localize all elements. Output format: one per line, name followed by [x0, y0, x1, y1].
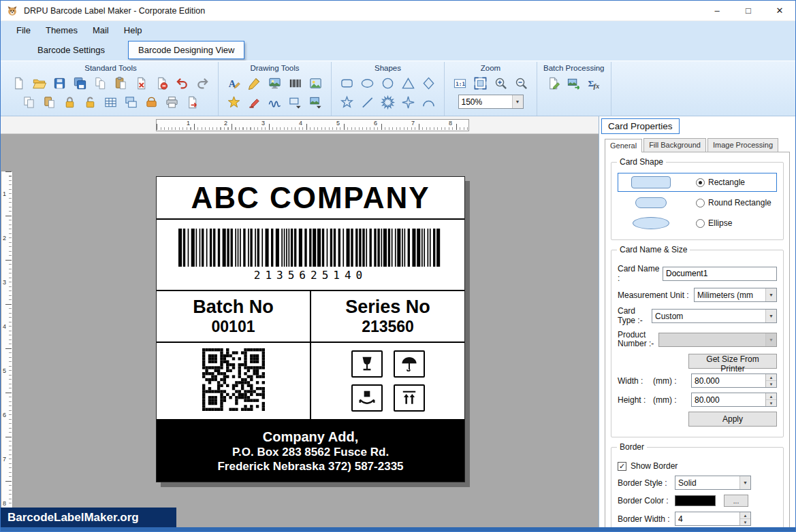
batch-image-convert-icon[interactable]	[564, 74, 583, 92]
picture-tool-icon[interactable]	[306, 74, 325, 92]
export-document-icon[interactable]	[183, 93, 202, 111]
image-tool-icon[interactable]	[266, 74, 284, 92]
series-no-cell[interactable]: Series No 213560	[310, 291, 464, 342]
zoom-level-select[interactable]: 150%▼	[458, 95, 524, 109]
this-way-up-symbol[interactable]	[394, 384, 425, 412]
cut-document-icon[interactable]	[132, 74, 150, 92]
menu-help[interactable]: Help	[116, 22, 150, 38]
marker-tool-icon[interactable]	[245, 93, 264, 111]
tab-barcode-settings[interactable]: Barcode Settings	[35, 41, 108, 59]
redo-icon[interactable]	[193, 74, 212, 92]
grid-table-icon[interactable]	[101, 93, 120, 111]
shape-option-rectangle[interactable]: Rectangle	[618, 173, 777, 192]
get-size-from-printer-button[interactable]: Get Size From Printer	[688, 354, 777, 369]
tab-fill-background[interactable]: Fill Background	[643, 138, 706, 152]
address-block[interactable]: Company Add, P.O. Box 283 8562 Fusce Rd.…	[157, 420, 464, 482]
spin-up-icon[interactable]: ▲	[766, 393, 776, 400]
width-spinner[interactable]: ▲▼	[765, 374, 776, 387]
height-spinner[interactable]: ▲▼	[765, 393, 776, 406]
barcode-tool-icon[interactable]	[286, 74, 304, 92]
measurement-unit-select[interactable]: Milimeters (mm ▼	[694, 288, 777, 302]
save-all-icon[interactable]	[71, 74, 89, 92]
shape-option-round-rectangle[interactable]: Round Rectangle	[618, 193, 777, 212]
spin-up-icon[interactable]: ▲	[740, 512, 750, 519]
unlock-icon[interactable]	[81, 93, 99, 111]
batch-formula-icon[interactable]: Σfx	[585, 74, 603, 92]
shape-burst-icon[interactable]	[379, 93, 397, 111]
spin-down-icon[interactable]: ▼	[740, 519, 750, 525]
shape-ellipse-icon[interactable]	[358, 74, 377, 92]
undo-icon[interactable]	[173, 74, 191, 92]
border-color-swatch[interactable]	[675, 495, 716, 506]
fit-view-icon[interactable]	[471, 74, 490, 92]
radio-round-rectangle[interactable]	[696, 199, 705, 207]
signature-tool-icon[interactable]	[266, 93, 284, 111]
card-name-input[interactable]	[663, 267, 777, 281]
pencil-tool-icon[interactable]	[245, 74, 264, 92]
design-canvas[interactable]: 12345678 12345678 ABC COMPANY 2135625140…	[1, 116, 599, 531]
copy-page-icon[interactable]	[20, 93, 38, 111]
shape-star4-icon[interactable]	[399, 93, 417, 111]
fragile-glass-symbol[interactable]	[351, 350, 383, 378]
zoom-out-icon[interactable]	[512, 74, 530, 92]
tab-image-processing[interactable]: Image Processing	[707, 138, 778, 152]
batch-no-cell[interactable]: Batch No 00101	[157, 291, 310, 342]
border-width-spinner[interactable]: ▲▼	[739, 512, 750, 525]
tab-general[interactable]: General	[605, 139, 642, 152]
paste-document-icon[interactable]	[112, 74, 130, 92]
shape-arc-icon[interactable]	[419, 93, 438, 111]
shape-triangle-icon[interactable]	[399, 74, 417, 92]
shape-line-icon[interactable]	[358, 93, 377, 111]
card-type-select[interactable]: Custom ▼	[652, 309, 777, 323]
menu-file[interactable]: File	[9, 22, 38, 38]
height-input[interactable]: ▲▼	[691, 393, 777, 407]
text-tool-icon[interactable]: A	[225, 74, 243, 92]
apply-button[interactable]: Apply	[688, 412, 777, 427]
symbols-cell[interactable]	[310, 343, 464, 419]
handle-with-care-symbol[interactable]	[351, 384, 383, 412]
minimize-button[interactable]: –	[701, 1, 733, 20]
umbrella-keep-dry-symbol[interactable]	[394, 350, 425, 378]
image-dropdown-tool-icon[interactable]	[306, 93, 325, 111]
height-value-input[interactable]	[692, 393, 765, 406]
print-icon[interactable]	[163, 93, 181, 111]
border-width-value-input[interactable]	[675, 512, 739, 525]
show-border-checkbox[interactable]	[618, 462, 626, 471]
fill-object-icon[interactable]	[142, 93, 161, 111]
shape-diamond-icon[interactable]	[419, 74, 438, 92]
batch-edit-icon[interactable]	[544, 74, 562, 92]
spin-down-icon[interactable]: ▼	[766, 381, 776, 387]
close-button[interactable]: ✕	[764, 1, 795, 20]
open-file-icon[interactable]	[30, 74, 48, 92]
delete-document-icon[interactable]	[153, 74, 171, 92]
label-card[interactable]: ABC COMPANY 2135625140 Batch No 00101 Se…	[156, 176, 465, 482]
radio-ellipse[interactable]	[696, 219, 705, 228]
border-width-input[interactable]: ▲▼	[675, 512, 751, 526]
radio-rectangle[interactable]	[696, 178, 705, 187]
border-style-select[interactable]: Solid ▼	[675, 476, 751, 490]
one-to-one-icon[interactable]: 1:1	[451, 74, 469, 92]
menu-themes[interactable]: Themes	[38, 22, 85, 38]
shape-star-icon[interactable]	[338, 93, 356, 111]
company-name-text[interactable]: ABC COMPANY	[157, 177, 464, 220]
barcode-object[interactable]: 2135625140	[157, 220, 464, 291]
new-document-icon[interactable]	[10, 74, 28, 92]
spin-down-icon[interactable]: ▼	[766, 400, 776, 406]
shape-option-ellipse[interactable]: Ellipse	[618, 214, 777, 233]
shape-roundrect-icon[interactable]	[338, 74, 356, 92]
zoom-in-icon[interactable]	[492, 74, 510, 92]
shape-circle-icon[interactable]	[379, 74, 397, 92]
width-input[interactable]: ▲▼	[691, 373, 777, 388]
tab-barcode-designing-view[interactable]: Barcode Designing View	[128, 41, 244, 59]
lock-icon[interactable]	[61, 93, 79, 111]
layers-icon[interactable]	[122, 93, 140, 111]
paste-page-icon[interactable]	[40, 93, 59, 111]
maximize-button[interactable]: □	[733, 1, 764, 20]
star-stamp-tool-icon[interactable]	[225, 93, 243, 111]
qr-code-cell[interactable]	[157, 343, 310, 419]
save-icon[interactable]	[50, 74, 69, 92]
width-value-input[interactable]	[692, 374, 765, 387]
rectangle-dropdown-tool-icon[interactable]	[286, 93, 304, 111]
copy-document-icon[interactable]	[91, 74, 110, 92]
spin-up-icon[interactable]: ▲	[766, 374, 776, 381]
